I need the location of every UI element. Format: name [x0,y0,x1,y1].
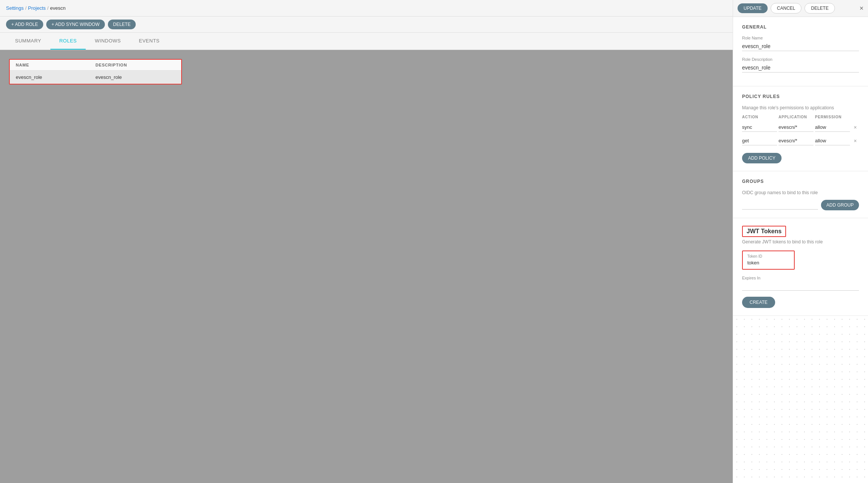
breadcrumb-sep-2: / [47,5,49,11]
update-button[interactable]: UPDATE [738,3,768,13]
expires-label: Expires In [742,276,859,280]
tab-roles[interactable]: ROLES [50,33,86,50]
policy-2-action[interactable] [742,136,777,145]
group-row: ADD GROUP [742,200,859,210]
cancel-button[interactable]: CANCEL [771,3,802,14]
policy-rules-section: POLICY RULES Manage this role's permissi… [733,86,868,171]
role-description-label: Role Description [742,57,859,62]
policy-col-application: APPLICATION [779,115,813,121]
jwt-title-box: JWT Tokens [742,226,786,237]
roles-table: NAME DESCRIPTION evescn_role evescn_role [9,59,182,85]
expires-input[interactable] [742,282,859,291]
policy-rules-subtitle: Manage this role's permissions to applic… [742,105,859,110]
content-area: NAME DESCRIPTION evescn_role evescn_role [0,50,733,483]
token-id-box: Token ID token [742,251,795,270]
groups-title: GROUPS [742,179,859,184]
col-name: NAME [16,63,95,67]
add-policy-button[interactable]: ADD POLICY [742,153,782,163]
role-description-group: Role Description [742,57,859,72]
policy-col-action: ACTION [742,115,777,121]
role-description-cell: evescn_role [95,74,175,80]
role-name-input[interactable] [742,42,859,51]
policy-1-remove[interactable]: × [851,124,859,130]
policy-col-permission: PERMISSION [815,115,850,121]
col-description: DESCRIPTION [95,63,175,67]
policy-rules-title: POLICY RULES [742,94,859,99]
policy-1-action[interactable] [742,123,777,132]
jwt-tokens-section: JWT Tokens Generate JWT tokens to bind t… [733,218,868,316]
side-panel: UPDATE CANCEL DELETE × GENERAL Role Name… [733,0,868,483]
policy-1-permission[interactable] [815,123,850,132]
add-group-button[interactable]: ADD GROUP [821,200,859,210]
delete-button[interactable]: DELETE [108,20,136,29]
policy-row-1: × [742,123,859,132]
policy-2-application[interactable] [779,136,813,145]
breadcrumb-bar: Settings / Projects / evescn [0,0,733,17]
breadcrumb-sep-1: / [25,5,27,11]
tabs-bar: SUMMARY ROLES WINDOWS EVENTS [0,33,733,50]
general-title: GENERAL [742,24,859,30]
create-button[interactable]: CREATE [742,297,775,308]
groups-section: GROUPS OIDC group names to bind to this … [733,171,868,218]
breadcrumb-projects[interactable]: Projects [28,5,46,11]
role-name-cell: evescn_role [16,74,95,80]
role-name-group: Role Name [742,36,859,51]
policy-1-application[interactable] [779,123,813,132]
close-button[interactable]: × [859,5,863,12]
policy-2-permission[interactable] [815,136,850,145]
table-row[interactable]: evescn_role evescn_role [10,71,181,84]
add-role-button[interactable]: + ADD ROLE [6,20,43,29]
jwt-subtitle: Generate JWT tokens to bind to this role [742,239,859,245]
role-description-input[interactable] [742,63,859,72]
role-name-label: Role Name [742,36,859,40]
panel-delete-button[interactable]: DELETE [804,3,835,14]
general-section: GENERAL Role Name Role Description [733,17,868,86]
add-sync-window-button[interactable]: + ADD SYNC WINDOW [46,20,105,29]
tab-summary[interactable]: SUMMARY [6,33,50,50]
jwt-title: JWT Tokens [747,228,782,234]
tab-events[interactable]: EVENTS [130,33,169,50]
panel-top-bar: UPDATE CANCEL DELETE × [733,0,868,17]
breadcrumb-current: evescn [50,5,65,11]
breadcrumb-settings[interactable]: Settings [6,5,24,11]
table-header: NAME DESCRIPTION [10,60,181,71]
tab-windows[interactable]: WINDOWS [86,33,130,50]
policy-row-2: × [742,136,859,145]
breadcrumb: Settings / Projects / evescn [6,5,65,11]
group-input[interactable] [742,201,818,210]
token-id-label: Token ID [747,254,789,258]
expires-group: Expires In [742,276,859,291]
token-id-value: token [747,260,759,266]
groups-subtitle: OIDC group names to bind to this role [742,190,859,195]
policy-2-remove[interactable]: × [851,138,859,144]
policy-cols-header: ACTION APPLICATION PERMISSION [742,115,859,121]
action-bar: + ADD ROLE + ADD SYNC WINDOW DELETE [0,17,733,33]
